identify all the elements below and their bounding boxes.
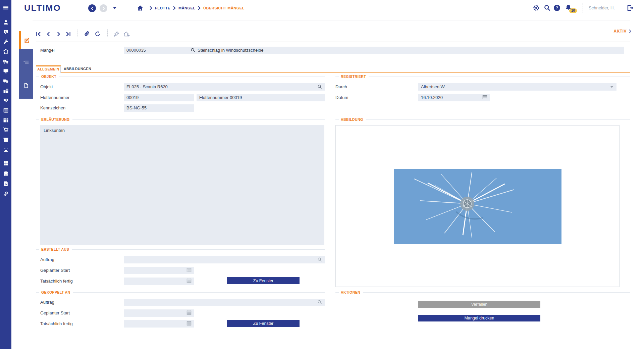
auftrag-lookup-icon[interactable] (317, 257, 322, 263)
sidebar-item-maintenance[interactable] (0, 37, 11, 46)
sidebar-item-planning[interactable] (0, 106, 11, 114)
sidebar-item-stock[interactable] (0, 135, 11, 144)
first-record-button[interactable] (35, 30, 42, 38)
sidebar-item-procurement[interactable] (0, 125, 11, 134)
auftrag-lookup-icon[interactable] (317, 300, 322, 306)
breadcrumb-item-flotte[interactable]: FLOTTE (155, 5, 170, 11)
cart-icon (3, 127, 9, 133)
section-title: OBJEKT (41, 74, 56, 79)
objekt-field[interactable]: FL025 - Scania R620 (124, 83, 325, 91)
database-icon (3, 171, 9, 177)
sidebar-item-data[interactable] (0, 169, 11, 178)
home-plus-icon (123, 31, 130, 37)
search-icon (544, 4, 551, 11)
flottennummer-field[interactable]: 00019 (124, 94, 194, 101)
hamburger-menu-icon[interactable] (0, 3, 11, 12)
next-record-button[interactable] (55, 30, 62, 38)
logout-button[interactable] (627, 4, 634, 11)
sidebar-item-settings[interactable] (0, 189, 11, 198)
breadcrumb-item-current: ÜBERSICHT MÄNGEL (203, 5, 245, 11)
pin-icon (113, 31, 119, 37)
help-button[interactable]: ? (554, 5, 560, 11)
tatsaechlich-fertig-field[interactable] (124, 278, 194, 285)
section-header-erlaeuterung: ERLÄUTERUNG (36, 117, 325, 122)
previous-record-button[interactable] (45, 30, 52, 38)
settings-button[interactable] (533, 4, 540, 11)
datum-field[interactable]: 16.10.2020 (418, 94, 490, 101)
section-header-abbildung: ABBILDUNG (335, 117, 630, 122)
section-title: AKTIONEN (341, 290, 360, 294)
sidebar-item-personnel[interactable] (0, 18, 11, 27)
add-to-start-page-button[interactable] (123, 30, 130, 38)
calendar-picker-icon[interactable] (482, 95, 487, 101)
breadcrumb-separator-icon (172, 7, 175, 9)
erlaeuterung-textarea[interactable]: Linksunten (40, 125, 324, 245)
geplanter-start-field-2[interactable] (124, 309, 194, 317)
attachment-button[interactable] (83, 30, 91, 38)
pin-button[interactable] (113, 30, 120, 38)
objekt-lookup-icon[interactable] (317, 84, 322, 91)
chevron-down-icon[interactable] (610, 86, 613, 88)
gear-icon (533, 4, 540, 11)
auftrag-field[interactable] (124, 256, 325, 263)
calendar-picker-icon[interactable] (186, 267, 192, 274)
sidebar-item-infra[interactable] (0, 47, 11, 56)
tab-abbildungen[interactable]: ABBILDUNGEN (61, 65, 94, 73)
windshield-damage-photo[interactable] (394, 169, 561, 244)
sidebar-item-emergency[interactable] (0, 145, 11, 154)
back-icon (91, 7, 94, 10)
mangel-drucken-button[interactable]: Mangel drucken (418, 315, 540, 321)
lookup-search-icon[interactable] (191, 48, 196, 54)
sidebar-item-it[interactable] (0, 66, 11, 75)
refresh-button[interactable] (94, 30, 101, 38)
sidebar-item-incident[interactable] (0, 57, 11, 65)
section-header-registriert: REGISTRIERT (335, 74, 630, 79)
content-top-divider (33, 20, 630, 20)
logout-icon (627, 4, 634, 11)
sidebar-item-apps[interactable] (0, 159, 11, 167)
section-header-gekoppelt-an: GEKOPPELT AN (36, 290, 325, 295)
zu-fenster-button-gekoppelt[interactable]: Zu Fenster (227, 320, 300, 327)
verfallen-button[interactable]: Verfallen (418, 301, 540, 308)
nav-back-button[interactable] (88, 4, 96, 12)
objekt-label: Objekt (40, 83, 53, 91)
vertical-tab-edit-active[interactable] (19, 31, 33, 49)
calendar-picker-icon[interactable] (186, 278, 192, 285)
toolbar-divider (107, 30, 108, 37)
sidebar-item-realestate[interactable] (0, 86, 11, 95)
topbar-divider (620, 3, 620, 13)
breadcrumb-home-button[interactable] (137, 5, 144, 11)
breadcrumb-item-maengel[interactable]: MÄNGEL (178, 5, 196, 11)
vertical-tab-document[interactable] (19, 81, 33, 90)
status-chevron-icon[interactable] (628, 29, 632, 35)
kennzeichen-field[interactable]: BS-NG-55 (124, 104, 194, 112)
ultimo-app: ULTIMO FLOTTE MÄNGEL ÜBERSICHT MÄNGEL ? … (0, 0, 644, 349)
nav-forward-button[interactable] (100, 4, 107, 12)
toolbar-divider (77, 30, 77, 37)
sidebar-item-fleet[interactable] (0, 76, 11, 85)
chat-person-icon (3, 29, 9, 35)
breadcrumb-separator-icon (149, 7, 152, 9)
tatsaechlich-fertig-field-2[interactable] (124, 320, 194, 328)
breadcrumb-separator-icon (197, 7, 200, 9)
zu-fenster-button-erstellt[interactable]: Zu Fenster (227, 277, 300, 284)
tab-allgemein[interactable]: ALLGEMEIN (36, 65, 61, 73)
calendar-picker-icon[interactable] (186, 321, 192, 327)
durch-label: Durch (335, 83, 347, 91)
mangel-description: Steinschlag in Windschutzscheibe (198, 47, 264, 54)
user-name[interactable]: Schneider, H. (589, 3, 615, 13)
nav-history-caret-icon[interactable] (113, 7, 116, 9)
sidebar-item-assets[interactable] (0, 96, 11, 105)
auftrag-field-2[interactable] (124, 299, 325, 306)
flottennummer-label: Flottennummer (40, 94, 69, 101)
sidebar-item-servicedesk[interactable] (0, 28, 11, 36)
geplanter-start-field[interactable] (124, 267, 194, 274)
search-button[interactable] (544, 4, 551, 11)
durch-select[interactable]: Albertsen W. (418, 83, 616, 91)
last-record-button[interactable] (64, 30, 72, 38)
vertical-tab-list[interactable] (19, 58, 33, 66)
auftrag-label: Auftrag (40, 256, 54, 263)
sidebar-item-documents[interactable] (0, 115, 11, 124)
calendar-picker-icon[interactable] (186, 310, 192, 316)
sidebar-item-reports[interactable] (0, 179, 11, 188)
